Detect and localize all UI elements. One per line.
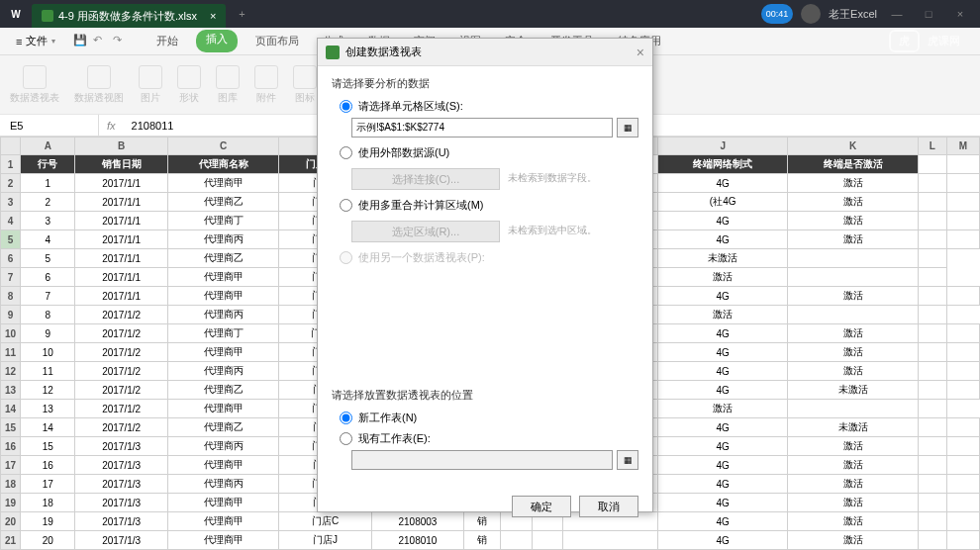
dialog-close-icon[interactable]: ×	[637, 45, 644, 60]
cell[interactable]: 激活	[657, 268, 788, 287]
menu-tab-2[interactable]: 页面布局	[249, 30, 305, 52]
cell[interactable]: 4G	[657, 287, 788, 306]
cell[interactable]: 9	[21, 324, 75, 343]
ribbon-item-1[interactable]: 数据透视图	[74, 65, 124, 105]
col-header[interactable]: L	[919, 138, 947, 155]
radio-multi-range[interactable]: 使用多重合并计算区域(M)	[340, 198, 638, 213]
cell[interactable]: 2017/1/1	[75, 212, 167, 230]
cell[interactable]: 激活	[788, 456, 919, 475]
cell[interactable]: 4G	[657, 362, 788, 381]
cell[interactable]: 4G	[657, 381, 788, 400]
file-tab[interactable]: 4-9 用函数做多条件计数.xlsx×	[32, 4, 226, 28]
cell[interactable]: 2017/1/3	[75, 494, 167, 512]
cell[interactable]: 激活	[788, 512, 919, 531]
cell[interactable]: 未激活	[657, 249, 788, 268]
menu-tab-1[interactable]: 插入	[196, 30, 238, 52]
menu-tab-0[interactable]: 开始	[150, 30, 184, 52]
cell[interactable]: (社4G	[657, 193, 788, 212]
row-header[interactable]: 17	[1, 456, 21, 475]
cell[interactable]: 10	[21, 343, 75, 362]
col-header[interactable]: K	[788, 138, 919, 155]
minimize-icon[interactable]: —	[885, 2, 909, 26]
row-header[interactable]: 10	[1, 324, 21, 343]
col-header[interactable]: A	[21, 138, 75, 155]
col-header[interactable]: J	[657, 138, 788, 155]
cell[interactable]: 16	[21, 456, 75, 475]
ribbon-item-0[interactable]: 数据透视表	[10, 65, 59, 105]
ribbon-item-6[interactable]: 图标	[293, 65, 317, 105]
save-icon[interactable]: 💾	[73, 34, 89, 49]
redo-icon[interactable]: ↷	[113, 34, 129, 49]
header-cell[interactable]: 代理商名称	[167, 155, 279, 174]
undo-icon[interactable]: ↶	[93, 34, 109, 49]
cell[interactable]: 代理商甲	[167, 512, 279, 531]
cell[interactable]: 2017/1/1	[75, 287, 167, 306]
add-tab-button[interactable]: +	[230, 2, 253, 26]
cell[interactable]: 代理商丙	[167, 230, 279, 249]
cell[interactable]: 13	[21, 400, 75, 418]
cell[interactable]: 代理商甲	[167, 174, 279, 193]
fx-icon[interactable]: fx	[99, 120, 124, 132]
cell[interactable]: 4G	[657, 418, 788, 437]
cell[interactable]: 激活	[788, 174, 919, 193]
cell[interactable]: 代理商丁	[167, 324, 279, 343]
location-picker-icon[interactable]: ▦	[617, 450, 638, 470]
cell[interactable]: 激活	[788, 193, 919, 212]
cell[interactable]: 2017/1/3	[75, 456, 167, 475]
row-header[interactable]: 15	[1, 418, 21, 437]
cell[interactable]: 4G	[657, 456, 788, 475]
radio-cell-range[interactable]: 请选择单元格区域(S):	[340, 99, 638, 114]
cell[interactable]: 激活	[788, 343, 919, 362]
cell[interactable]: 2017/1/1	[75, 268, 167, 287]
col-header[interactable]: C	[167, 138, 279, 155]
row-header[interactable]: 16	[1, 437, 21, 456]
cell[interactable]: 12	[21, 381, 75, 400]
cell[interactable]: 2108010	[371, 531, 463, 550]
range-input[interactable]	[351, 118, 613, 138]
cell[interactable]: 3	[21, 212, 75, 230]
range-picker-icon[interactable]: ▦	[617, 118, 638, 138]
name-box[interactable]: E5	[0, 115, 99, 136]
row-header[interactable]: 8	[1, 287, 21, 306]
row-header[interactable]: 14	[1, 400, 21, 418]
cell[interactable]: 2017/1/2	[75, 343, 167, 362]
cell[interactable]: 代理商甲	[167, 456, 279, 475]
cell[interactable]: 未激活	[788, 381, 919, 400]
cell[interactable]: 2017/1/1	[75, 230, 167, 249]
cell[interactable]: 6	[21, 268, 75, 287]
cell[interactable]: 激活	[788, 230, 919, 249]
cell[interactable]: 2017/1/2	[75, 381, 167, 400]
radio-external-source[interactable]: 使用外部数据源(U)	[340, 145, 638, 160]
cell[interactable]: 20	[21, 531, 75, 550]
cell[interactable]: 代理商甲	[167, 531, 279, 550]
cell[interactable]: 2017/1/2	[75, 418, 167, 437]
cell[interactable]: 门店J	[279, 531, 371, 550]
cell[interactable]: 代理商乙	[167, 193, 279, 212]
cell[interactable]: 2017/1/2	[75, 362, 167, 381]
ribbon-item-5[interactable]: 附件	[254, 65, 278, 105]
row-header[interactable]: 13	[1, 381, 21, 400]
cell[interactable]: 销	[464, 531, 501, 550]
cell[interactable]: 2017/1/3	[75, 512, 167, 531]
cell[interactable]: 4G	[657, 174, 788, 193]
cell[interactable]: 4G	[657, 475, 788, 494]
cell[interactable]: 激活	[788, 287, 919, 306]
row-header[interactable]: 4	[1, 212, 21, 230]
cell[interactable]	[563, 531, 658, 550]
radio-new-sheet[interactable]: 新工作表(N)	[340, 411, 638, 425]
cell[interactable]: 2017/1/3	[75, 437, 167, 456]
cell[interactable]: 代理商甲	[167, 400, 279, 418]
cell[interactable]: 19	[21, 512, 75, 531]
cell[interactable]: 14	[21, 418, 75, 437]
ok-button[interactable]: 确定	[512, 496, 571, 517]
cell[interactable]	[501, 531, 533, 550]
col-header[interactable]: M	[946, 138, 979, 155]
cell[interactable]: 8	[21, 306, 75, 324]
cell[interactable]: 4G	[657, 324, 788, 343]
header-cell[interactable]: 行号	[21, 155, 75, 174]
cell[interactable]	[533, 531, 563, 550]
cell[interactable]: 4G	[657, 494, 788, 512]
cell[interactable]: 4G	[657, 343, 788, 362]
cell[interactable]: 代理商甲	[167, 343, 279, 362]
cell[interactable]: 7	[21, 287, 75, 306]
